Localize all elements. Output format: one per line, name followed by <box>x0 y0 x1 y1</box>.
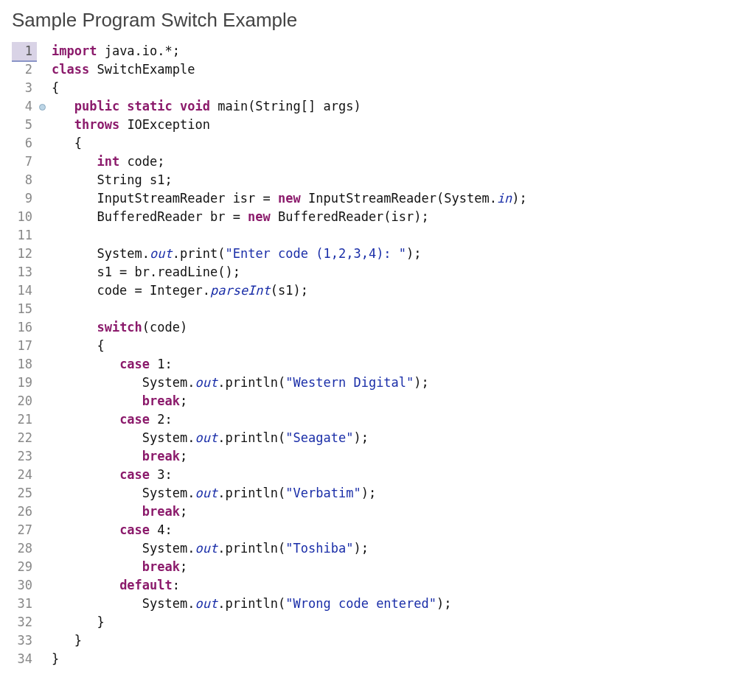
token-str: "Toshiba" <box>285 541 353 556</box>
token-kw: break <box>142 559 180 574</box>
token-kw: break <box>142 393 180 408</box>
code-content: System.out.println("Seagate"); <box>47 429 369 447</box>
token-pln: ); <box>353 541 368 556</box>
collapse-icon[interactable] <box>39 104 46 111</box>
code-content: BufferedReader br = new BufferedReader(i… <box>47 208 429 226</box>
token-kw: break <box>142 449 180 463</box>
code-content: { <box>47 134 82 153</box>
token-str: "Seagate" <box>285 430 353 445</box>
line-number: 32 <box>12 613 37 631</box>
line-number: 19 <box>12 374 37 392</box>
token-pln: { <box>52 338 105 353</box>
token-pln: InputStreamReader(System. <box>301 191 497 206</box>
code-content: case 1: <box>47 355 173 374</box>
code-content: throws IOException <box>47 116 210 134</box>
code-line: 24 case 3: <box>12 466 743 484</box>
token-pln: code; <box>119 154 164 169</box>
code-line: 13 s1 = br.readLine(); <box>12 263 743 281</box>
code-line: 15 <box>12 300 743 318</box>
token-pln <box>52 449 142 463</box>
code-line: 20 break; <box>12 392 743 410</box>
code-line: 31 System.out.println("Wrong code entere… <box>12 595 743 613</box>
token-kw: case <box>119 357 150 371</box>
token-pln: System. <box>52 596 195 611</box>
token-pln: ); <box>406 246 421 261</box>
code-content: System.out.println("Wrong code entered")… <box>47 595 452 613</box>
code-line: 5 throws IOException <box>12 116 743 134</box>
code-line: 23 break; <box>12 447 743 466</box>
token-kw: case <box>119 412 150 427</box>
token-pln <box>52 117 74 132</box>
token-fld: out <box>195 596 218 611</box>
line-number: 24 <box>12 466 37 484</box>
code-line: 16 switch(code) <box>12 318 743 337</box>
code-line: 6 { <box>12 134 743 153</box>
code-content: } <box>47 650 59 668</box>
token-fld: out <box>195 375 218 390</box>
code-content: import java.io.*; <box>47 42 180 60</box>
code-line: 7 int code; <box>12 153 743 171</box>
token-pln: .println( <box>218 541 285 556</box>
token-pln: { <box>52 136 82 150</box>
code-line: 30 default: <box>12 576 743 595</box>
token-pln: .println( <box>218 486 285 500</box>
token-pln: ; <box>180 559 187 574</box>
line-number: 30 <box>12 576 37 595</box>
code-content: break; <box>47 503 187 521</box>
token-pln: System. <box>52 375 195 390</box>
token-pln: ); <box>414 375 428 390</box>
code-line: 32 } <box>12 613 743 631</box>
code-line: 17 { <box>12 337 743 355</box>
token-fld: out <box>195 486 218 500</box>
line-number: 1 <box>12 42 37 62</box>
code-content: } <box>47 631 82 650</box>
line-number: 11 <box>12 226 37 245</box>
code-line: 2class SwitchExample <box>12 60 743 79</box>
token-pln: 2: <box>150 412 173 427</box>
line-number: 14 <box>12 281 37 300</box>
line-number: 18 <box>12 355 37 374</box>
code-content: public static void main(String[] args) <box>47 97 361 116</box>
token-pln: ; <box>180 504 187 519</box>
code-line: 4 public static void main(String[] args) <box>12 97 743 116</box>
token-pln: 3: <box>150 467 173 482</box>
line-number: 4 <box>12 97 37 116</box>
token-kw: switch <box>97 320 142 335</box>
code-content: { <box>47 79 59 97</box>
code-line: 25 System.out.println("Verbatim"); <box>12 484 743 503</box>
line-number: 7 <box>12 153 37 171</box>
code-content: case 3: <box>47 466 173 484</box>
code-line: 22 System.out.println("Seagate"); <box>12 429 743 447</box>
token-pln: ; <box>180 449 187 463</box>
fold-marker[interactable] <box>37 104 47 111</box>
line-number: 33 <box>12 631 37 650</box>
line-number: 26 <box>12 503 37 521</box>
line-number: 31 <box>12 595 37 613</box>
code-line: 29 break; <box>12 558 743 576</box>
code-content: int code; <box>47 153 165 171</box>
line-number: 13 <box>12 263 37 281</box>
code-line: 33 } <box>12 631 743 650</box>
token-pln: .println( <box>218 596 285 611</box>
token-pln <box>52 522 119 537</box>
line-number: 21 <box>12 410 37 429</box>
token-pln <box>52 99 74 113</box>
token-kw: int <box>97 154 119 169</box>
token-pln: System. <box>52 541 195 556</box>
token-kw: import <box>52 43 97 58</box>
token-pln: BufferedReader(isr); <box>271 209 429 224</box>
token-pln: InputStreamReader isr = <box>52 191 278 206</box>
token-pln: (code) <box>142 320 187 335</box>
line-number: 23 <box>12 447 37 466</box>
code-line: 10 BufferedReader br = new BufferedReade… <box>12 208 743 226</box>
code-content: System.out.print("Enter code (1,2,3,4): … <box>47 245 422 263</box>
code-editor: 1import java.io.*;2class SwitchExample3{… <box>12 42 743 668</box>
code-content: case 4: <box>47 521 173 539</box>
line-number: 9 <box>12 189 37 208</box>
line-number: 5 <box>12 116 37 134</box>
line-number: 22 <box>12 429 37 447</box>
token-pln <box>52 154 97 169</box>
token-fld: out <box>195 430 218 445</box>
line-number: 8 <box>12 171 37 189</box>
token-pln <box>52 559 142 574</box>
